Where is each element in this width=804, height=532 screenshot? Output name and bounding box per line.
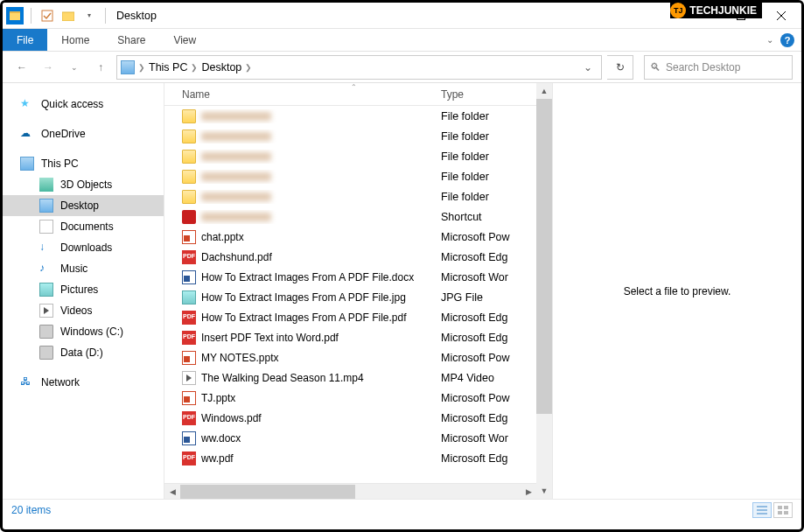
- file-row[interactable]: PDFInsert PDF Text into Word.pdfMicrosof…: [164, 327, 536, 347]
- tree-pictures[interactable]: Pictures: [3, 279, 164, 300]
- filetype: Microsoft Pow: [436, 392, 536, 404]
- file-row[interactable]: MY NOTES.pptxMicrosoft Pow: [164, 347, 536, 368]
- file-rows[interactable]: File folderFile folderFile folderFile fo…: [164, 106, 536, 483]
- file-row[interactable]: TJ.pptxMicrosoft Pow: [164, 388, 536, 408]
- tree-label: 3D Objects: [60, 178, 112, 191]
- crumb-desktop[interactable]: Desktop: [201, 61, 241, 74]
- crumb-sep[interactable]: ❯: [191, 63, 198, 72]
- filename: How To Extract Images From A PDF File.do…: [201, 271, 414, 284]
- filetype: Microsoft Wor: [436, 432, 536, 444]
- tree-videos[interactable]: Videos: [3, 300, 164, 321]
- up-button[interactable]: ↑: [90, 57, 111, 78]
- tree-drive-c[interactable]: Windows (C:): [3, 321, 164, 342]
- tab-view[interactable]: View: [159, 29, 210, 51]
- tab-file[interactable]: File: [3, 29, 47, 51]
- vertical-scrollbar[interactable]: ▲ ▼: [536, 83, 552, 499]
- item-count: 20 items: [11, 504, 51, 516]
- scroll-right-icon[interactable]: ▶: [521, 487, 536, 496]
- file-row[interactable]: How To Extract Images From A PDF File.do…: [164, 267, 536, 287]
- content-area: Name ⌃ Type File folderFile folderFile f…: [164, 83, 801, 499]
- file-row[interactable]: The Walking Dead Season 11.mp4MP4 Video: [164, 368, 536, 388]
- scroll-thumb[interactable]: [536, 99, 552, 414]
- close-button[interactable]: [761, 3, 801, 29]
- tree-this-pc[interactable]: This PC: [3, 153, 164, 174]
- navigation-bar: ← → ⌄ ↑ ❯ This PC ❯ Desktop ❯ ⌄ ↻ 🔍︎ Sea…: [3, 52, 801, 83]
- tree-3d-objects[interactable]: 3D Objects: [3, 174, 164, 195]
- pdf-icon: PDF: [182, 311, 196, 325]
- file-row[interactable]: PDFww.pdfMicrosoft Edg: [164, 448, 536, 468]
- horizontal-scrollbar[interactable]: ◀ ▶: [164, 483, 536, 499]
- filetype: File folder: [436, 171, 536, 183]
- filetype: Microsoft Edg: [436, 332, 536, 344]
- folder-icon: [182, 109, 196, 123]
- tree-network[interactable]: 🖧Network: [3, 372, 164, 393]
- recent-dropdown[interactable]: ⌄: [64, 57, 85, 78]
- back-button[interactable]: ←: [11, 57, 32, 78]
- qat-dropdown-icon[interactable]: ▾: [80, 7, 98, 24]
- filetype: Microsoft Pow: [436, 231, 536, 243]
- crumb-this-pc[interactable]: This PC: [149, 61, 187, 74]
- tab-home[interactable]: Home: [47, 29, 103, 51]
- file-row[interactable]: chat.pptxMicrosoft Pow: [164, 227, 536, 247]
- filename: The Walking Dead Season 11.mp4: [201, 372, 364, 384]
- file-row[interactable]: PDFWindows.pdfMicrosoft Edg: [164, 408, 536, 428]
- details-view-button[interactable]: [752, 502, 772, 518]
- file-row[interactable]: PDFDachshund.pdfMicrosoft Edg: [164, 247, 536, 267]
- tab-share[interactable]: Share: [103, 29, 159, 51]
- address-dropdown-icon[interactable]: ⌄: [578, 61, 598, 74]
- column-name[interactable]: Name: [164, 88, 436, 101]
- star-icon: ★: [20, 97, 34, 111]
- file-row[interactable]: File folder: [164, 126, 536, 146]
- tree-music[interactable]: ♪Music: [3, 258, 164, 279]
- tree-label: Quick access: [41, 98, 103, 110]
- filename: Insert PDF Text into Word.pdf: [201, 332, 339, 344]
- scroll-up-icon[interactable]: ▲: [536, 83, 552, 99]
- folder-icon: [182, 190, 196, 204]
- file-row[interactable]: File folder: [164, 166, 536, 186]
- tree-drive-d[interactable]: Data (D:): [3, 342, 164, 363]
- file-row[interactable]: ww.docxMicrosoft Wor: [164, 428, 536, 448]
- tree-label: Pictures: [60, 284, 98, 296]
- crumb-sep[interactable]: ❯: [245, 63, 252, 72]
- file-row[interactable]: File folder: [164, 146, 536, 166]
- tree-downloads[interactable]: ↓Downloads: [3, 237, 164, 258]
- forward-button[interactable]: →: [38, 57, 59, 78]
- file-row[interactable]: How To Extract Images From A PDF File.jp…: [164, 287, 536, 307]
- filename: ww.pdf: [201, 452, 234, 465]
- scroll-left-icon[interactable]: ◀: [164, 487, 180, 496]
- scroll-track[interactable]: [536, 99, 552, 483]
- tree-onedrive[interactable]: ☁OneDrive: [3, 123, 164, 144]
- crumb-sep[interactable]: ❯: [138, 63, 145, 72]
- search-box[interactable]: 🔍︎ Search Desktop: [644, 55, 793, 80]
- ribbon: File Home Share View ⌄ ?: [3, 29, 801, 52]
- explorer-icon[interactable]: [6, 7, 24, 24]
- new-folder-icon[interactable]: [59, 7, 77, 24]
- column-type[interactable]: Type: [436, 88, 536, 101]
- thumbnails-view-button[interactable]: [773, 502, 793, 518]
- file-row[interactable]: Shortcut: [164, 206, 536, 227]
- videos-icon: [39, 304, 53, 318]
- tree-desktop[interactable]: Desktop: [3, 195, 164, 216]
- scroll-thumb[interactable]: [180, 485, 355, 499]
- filetype: File folder: [436, 130, 536, 143]
- scroll-track[interactable]: [180, 485, 521, 499]
- file-row[interactable]: File folder: [164, 106, 536, 126]
- ribbon-collapse-icon[interactable]: ⌄: [766, 35, 773, 45]
- filetype: Microsoft Edg: [436, 412, 536, 424]
- tree-quick-access[interactable]: ★Quick access: [3, 94, 164, 115]
- pdf-icon: PDF: [182, 250, 196, 264]
- red-icon: [182, 210, 196, 224]
- tree-documents[interactable]: Documents: [3, 216, 164, 237]
- pdf-icon: PDF: [182, 331, 196, 345]
- help-button[interactable]: ?: [780, 33, 794, 47]
- file-row[interactable]: File folder: [164, 186, 536, 206]
- file-row[interactable]: PDFHow To Extract Images From A PDF File…: [164, 307, 536, 327]
- network-icon: 🖧: [20, 375, 34, 389]
- filetype: Microsoft Edg: [436, 251, 536, 263]
- properties-icon[interactable]: [38, 7, 56, 24]
- word-icon: [182, 270, 196, 284]
- address-bar[interactable]: ❯ This PC ❯ Desktop ❯ ⌄: [116, 55, 602, 80]
- view-switcher: [752, 502, 793, 518]
- scroll-down-icon[interactable]: ▼: [536, 483, 552, 499]
- refresh-button[interactable]: ↻: [607, 55, 633, 80]
